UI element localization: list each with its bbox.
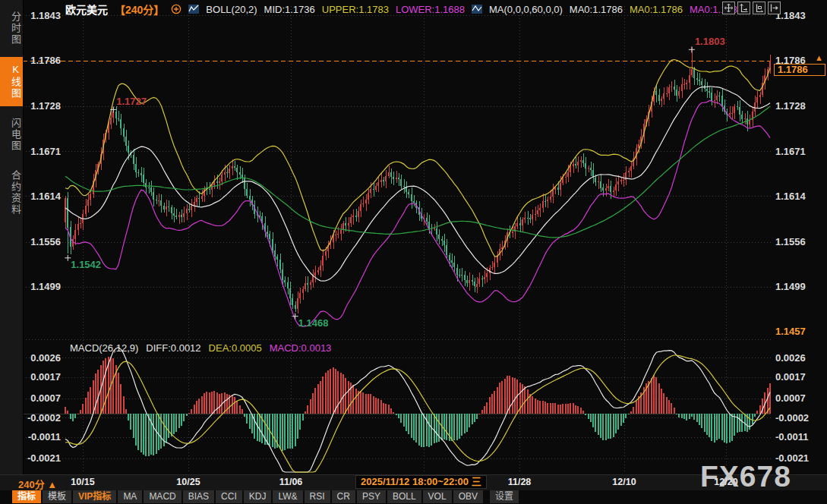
price-axis-label-right: 1.1843	[775, 10, 821, 21]
indicator-tab-2[interactable]: VIP指标	[73, 490, 116, 503]
price-axis-label-left: 1.1614	[23, 191, 61, 202]
macd-axis-label-left: -0.0021	[23, 452, 61, 464]
indicator-tab-6[interactable]: CCI	[216, 490, 242, 503]
date-tick-4: 12/10	[603, 477, 646, 487]
macd-diff-value: DIFF:0.0012	[146, 342, 200, 354]
period-label: 【240分】	[115, 2, 164, 17]
export-chart-icon[interactable]	[768, 2, 781, 14]
chart-toolbar	[722, 2, 781, 14]
sidebar-tab-1[interactable]: K线图	[0, 57, 23, 106]
macd-axis-label-left: -0.0002	[23, 412, 61, 424]
low-price-tag: 1.1457	[775, 326, 806, 337]
macd-macd-value: MACD:0.0013	[270, 342, 332, 354]
boll-mid-value: MID:1.1736	[264, 4, 315, 15]
ma0-value-2: MA0:1.1786	[630, 4, 683, 15]
svg-text:1.1468: 1.1468	[298, 317, 329, 329]
svg-text:1.1542: 1.1542	[71, 259, 101, 270]
date-tick-1: 10/25	[167, 477, 210, 487]
svg-text:1.1727: 1.1727	[116, 96, 147, 107]
ma-name: MA(0,0,0,60,0,0)	[489, 4, 563, 15]
price-axis-label-right: 1.1499	[775, 281, 821, 292]
indicator-tab-1[interactable]: 模板	[43, 490, 71, 503]
boll-upper-value: UPPER:1.1783	[322, 4, 389, 15]
current-price-tag: 1.1786	[774, 64, 825, 76]
price-axis-label-left: 1.1499	[23, 281, 61, 292]
boll-name: BOLL(20,2)	[206, 4, 257, 15]
sidebar-tab-3[interactable]: 合约资料	[0, 163, 23, 222]
indicator-tabbar: 指标模板VIP指标MAMACDBIASCCIKDJLW&RSICRPSYBOLL…	[12, 490, 519, 503]
indicator-tab-9[interactable]: RSI	[305, 490, 330, 503]
indicator-tab-13[interactable]: VOL	[423, 490, 452, 503]
period-selector[interactable]: 240分 ▲	[18, 477, 57, 491]
boll-lower-value: LOWER:1.1688	[396, 4, 465, 15]
indicator-tab-8[interactable]: LW&	[273, 490, 302, 503]
chart-titlebar: 欧元美元 【240分】 BOLL(20,2) MID:1.1736 UPPER:…	[65, 2, 743, 17]
sidebar: 分时图K线图闪电图合约资料	[0, 0, 24, 474]
indicator-tab-14[interactable]: OBV	[453, 490, 483, 503]
macd-axis-label-right: -0.0002	[775, 412, 821, 424]
cursor-datetime-tooltip: 2025/11/12 18:00~22:00 三	[355, 475, 487, 489]
ma0-value-1: MA0:1.1786	[570, 4, 623, 15]
indicator-tab-15[interactable]: 设置	[490, 490, 519, 503]
pan-tool-icon[interactable]	[722, 2, 735, 14]
macd-header: MACD(26,12,9) DIFF:0.0012 DEA:0.0005 MAC…	[70, 342, 331, 354]
macd-axis-label-right: 0.0007	[775, 392, 821, 404]
price-axis-label-left: 1.1843	[23, 10, 61, 21]
sidebar-tab-2[interactable]: 闪电图	[0, 111, 23, 159]
indicator-tab-0[interactable]: 指标	[12, 490, 41, 503]
indicator-tab-7[interactable]: KDJ	[244, 490, 272, 503]
sidebar-tab-0[interactable]: 分时图	[0, 5, 23, 52]
macd-axis-label-right: -0.0011	[775, 431, 821, 443]
indicator-tab-3[interactable]: MA	[118, 490, 142, 503]
indicator-tab-5[interactable]: BIAS	[183, 490, 214, 503]
boll-legend-icon[interactable]	[188, 4, 199, 14]
date-tick-5: 12/20	[705, 477, 747, 487]
indicator-tab-11[interactable]: PSY	[357, 490, 386, 503]
macd-axis-label-left: -0.0011	[23, 431, 61, 443]
price-up-arrow-icon: ▲	[815, 53, 823, 62]
macd-axis-label-right: 0.0026	[775, 352, 821, 364]
macd-dea-value: DEA:0.0005	[209, 342, 262, 354]
add-indicator-icon[interactable]	[171, 4, 181, 14]
price-axis-label-left: 1.1728	[23, 100, 61, 112]
x-axis-scale-icon[interactable]	[753, 2, 765, 14]
price-axis-label-left: 1.1556	[23, 236, 61, 247]
price-axis-label-right: 1.1728	[775, 100, 821, 112]
date-tick-3: 11/28	[498, 477, 541, 487]
price-axis-label-right: 1.1671	[775, 146, 821, 157]
svg-text:1.1803: 1.1803	[695, 36, 725, 47]
symbol-name: 欧元美元	[65, 2, 108, 17]
macd-axis-label-left: 0.0017	[23, 371, 61, 383]
y-axis-scale-icon[interactable]	[737, 2, 750, 14]
date-tick-2: 11/06	[270, 477, 312, 487]
macd-axis-label-left: 0.0007	[23, 392, 61, 404]
price-axis-label-left: 1.1671	[23, 146, 61, 157]
price-axis-label-right: 1.1614	[775, 191, 821, 202]
chart-canvas[interactable]: 1.17271.15421.14681.1803	[0, 0, 827, 504]
price-axis-label-left: 1.1786	[23, 55, 61, 66]
trading-terminal: 1.17271.15421.14681.1803 分时图K线图闪电图合约资料 欧…	[0, 0, 827, 504]
date-tick-0: 10/15	[62, 477, 104, 487]
indicator-tab-4[interactable]: MACD	[144, 490, 181, 503]
macd-axis-label-left: 0.0026	[23, 352, 61, 364]
macd-axis-label-right: 0.0017	[775, 371, 821, 383]
price-axis-label-right: 1.1556	[775, 236, 821, 247]
indicator-tab-12[interactable]: BOLL	[387, 490, 421, 503]
macd-title: MACD(26,12,9)	[70, 342, 138, 354]
period-arrow-icon: ▲	[47, 479, 57, 490]
indicator-tab-10[interactable]: CR	[332, 490, 355, 503]
ma-legend-icon[interactable]	[472, 4, 482, 14]
macd-axis-label-right: -0.0021	[775, 452, 821, 464]
